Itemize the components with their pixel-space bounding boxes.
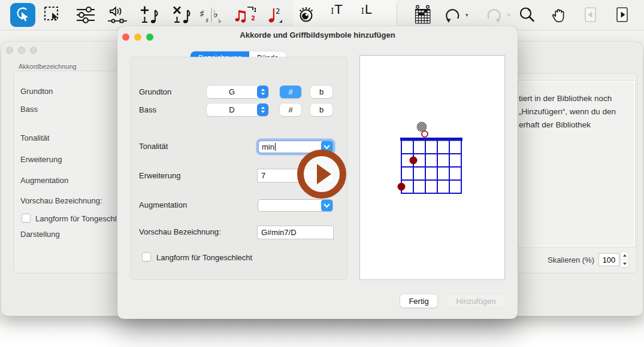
lyrics-tool-small-i: I bbox=[361, 7, 364, 16]
langform-label: Langform für Tongeschlecht bbox=[156, 253, 252, 262]
lyrics-tool-big-l: L bbox=[365, 2, 372, 17]
dialog-title: Akkorde und Griffbildsymbole hinzufügen bbox=[117, 31, 518, 39]
bg-label-tonalitaet: Tonalität bbox=[20, 133, 49, 142]
note-duration-icon: 2 bbox=[266, 5, 284, 25]
note-duration-button[interactable]: 2 bbox=[262, 2, 288, 28]
filter-settings-button[interactable] bbox=[72, 2, 99, 28]
toolbar-divider bbox=[397, 4, 397, 26]
text-tool-button[interactable]: IT bbox=[323, 2, 350, 28]
augmentation-label: Augmentation bbox=[139, 200, 187, 209]
bg-minimize-button[interactable] bbox=[18, 47, 25, 54]
grundton-sharp-button[interactable]: # bbox=[280, 86, 301, 98]
add-note-button[interactable] bbox=[136, 2, 162, 28]
speaker-icon bbox=[107, 5, 128, 25]
selection-tool-button[interactable] bbox=[10, 3, 35, 27]
skalieren-stepper[interactable] bbox=[621, 252, 628, 267]
augmentation-combobox[interactable] bbox=[258, 199, 333, 212]
sharp-flat-icon: ♯ ♯ ♭ ♭ bbox=[199, 5, 223, 25]
bg-label-augmentation: Augmentation bbox=[20, 176, 68, 185]
bg-close-button[interactable] bbox=[6, 47, 13, 54]
hinzufuegen-button: Hinzufügen bbox=[447, 294, 505, 308]
open-string-ring-icon bbox=[422, 131, 428, 137]
info-line-3: erhaft der Bibliothek bbox=[519, 118, 616, 132]
augmentation-dropdown-icon[interactable] bbox=[321, 200, 332, 211]
visibility-button[interactable] bbox=[294, 2, 320, 28]
grundton-value: G bbox=[207, 87, 257, 96]
skalieren-label: Skalieren (%) bbox=[527, 255, 594, 264]
text-cursor bbox=[275, 143, 276, 151]
stepper-down-icon[interactable] bbox=[621, 260, 628, 268]
bg-langform-label: Langform für Tongeschl bbox=[35, 214, 117, 223]
grundton-select[interactable]: G bbox=[207, 86, 268, 98]
bg-label-erweiterung: Erweiterung bbox=[20, 155, 62, 164]
accidentals-button[interactable]: ♯ ♯ ♭ ♭ bbox=[198, 2, 224, 28]
svg-text:2: 2 bbox=[276, 7, 280, 16]
lyrics-tool-button[interactable]: IL bbox=[353, 2, 380, 28]
tonalitaet-value: min bbox=[262, 142, 274, 151]
svg-text:♯: ♯ bbox=[205, 17, 208, 25]
marquee-selection-button[interactable] bbox=[40, 2, 66, 28]
svg-text:2: 2 bbox=[251, 15, 255, 22]
hand-icon bbox=[551, 6, 567, 24]
bass-sharp-button[interactable]: # bbox=[280, 104, 301, 116]
skalieren-input[interactable] bbox=[599, 254, 619, 266]
chord-grid-icon bbox=[414, 5, 432, 25]
bass-select[interactable]: D bbox=[207, 104, 268, 116]
bibliothek-info-text: tiert in der Bibliothek noch „Hinzufügen… bbox=[519, 92, 616, 132]
bg-label-darstellung: Darstellung bbox=[20, 230, 60, 239]
tonalitaet-label: Tonalität bbox=[139, 142, 168, 151]
stepper-up-icon[interactable] bbox=[621, 252, 628, 260]
eye-icon bbox=[296, 6, 318, 24]
page-forward-icon bbox=[615, 7, 630, 23]
sliders-icon bbox=[75, 6, 96, 24]
bg-zoom-button[interactable] bbox=[30, 47, 37, 54]
grundton-flat-button[interactable]: b bbox=[310, 86, 332, 98]
page-forward-button[interactable] bbox=[609, 2, 636, 28]
svg-text:♭: ♭ bbox=[213, 8, 218, 20]
magnifier-icon bbox=[518, 6, 536, 24]
play-indicator-triangle bbox=[317, 164, 331, 184]
vorschau-input[interactable] bbox=[258, 226, 333, 239]
pan-tool-button[interactable] bbox=[546, 2, 572, 28]
audio-settings-button[interactable] bbox=[104, 2, 131, 28]
redo-button bbox=[481, 2, 507, 28]
info-line-2: „Hinzufügen“, wenn du den bbox=[519, 105, 616, 118]
page-back-icon bbox=[583, 7, 598, 23]
add-note-icon bbox=[139, 5, 159, 25]
bg-label-vorschau: Vorschau Bezeichnung: bbox=[20, 196, 102, 205]
undo-menu-caret[interactable]: ▾ bbox=[465, 12, 468, 18]
bass-label: Bass bbox=[139, 105, 156, 114]
svg-text:1: 1 bbox=[253, 7, 256, 13]
info-line-1: tiert in der Bibliothek noch bbox=[519, 92, 616, 105]
redo-icon bbox=[485, 5, 504, 25]
drag-marker-icon bbox=[417, 122, 427, 132]
zoom-tool-button[interactable] bbox=[514, 2, 540, 28]
bass-flat-button[interactable]: b bbox=[310, 104, 332, 116]
remove-note-button[interactable] bbox=[168, 2, 195, 28]
langform-checkbox[interactable] bbox=[142, 252, 151, 261]
svg-text:♯: ♯ bbox=[199, 8, 204, 20]
undo-icon bbox=[443, 5, 462, 25]
vorschau-label: Vorschau Bezeichnung: bbox=[139, 227, 221, 236]
erweiterung-label: Erweiterung bbox=[139, 171, 180, 180]
undo-button[interactable] bbox=[439, 2, 465, 28]
text-tool-small-i: I bbox=[331, 7, 334, 16]
page-bottom-background bbox=[0, 316, 644, 347]
chord-diagram bbox=[392, 117, 470, 197]
selection-cursor-icon bbox=[13, 5, 32, 25]
grundton-label: Grundton bbox=[139, 87, 171, 96]
beamed-notes-icon: 1 2 bbox=[233, 5, 256, 25]
remove-note-icon bbox=[171, 5, 192, 25]
text-tool-big-t: T bbox=[334, 2, 342, 17]
bass-value: D bbox=[207, 105, 257, 114]
akkordbezeichnung-group-title: Akkordbezeichnung bbox=[16, 63, 80, 70]
grundton-select-arrows-icon bbox=[257, 86, 268, 98]
bg-label-bass: Bass bbox=[20, 105, 38, 114]
page-back-button bbox=[578, 2, 604, 28]
bg-label-grundton: Grundton bbox=[20, 87, 53, 96]
chord-diagram-tool-button[interactable] bbox=[410, 2, 436, 28]
bg-langform-checkbox[interactable] bbox=[22, 214, 31, 223]
note-groups-button[interactable]: 1 2 bbox=[231, 2, 258, 28]
bass-select-arrows-icon bbox=[257, 104, 268, 116]
fertig-button[interactable]: Fertig bbox=[400, 294, 437, 308]
